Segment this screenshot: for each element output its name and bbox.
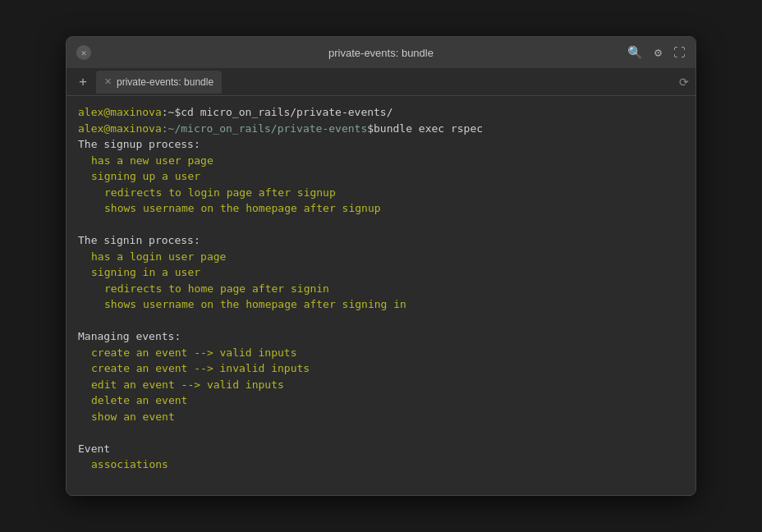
fullscreen-icon[interactable]: ⛶: [673, 45, 686, 60]
terminal-line: Event: [78, 441, 684, 457]
terminal-line: has a new user page: [78, 153, 684, 169]
new-tab-button[interactable]: +: [73, 72, 93, 92]
tab-close-icon[interactable]: ✕: [104, 76, 112, 87]
terminal-line: signing up a user: [78, 168, 684, 185]
terminal-line: The signin process:: [78, 232, 684, 249]
terminal-line: shows username on the homepage after sig…: [78, 200, 684, 217]
terminal-line: show an event: [78, 409, 684, 425]
gear-icon[interactable]: ⚙: [654, 45, 662, 60]
terminal-line: The signup process:: [78, 136, 684, 153]
command-2: bundle exec rspec: [374, 121, 483, 137]
title-bar: ✕ private-events: bundle 🔍 ⚙ ⛶: [67, 37, 695, 68]
terminal-window: ✕ private-events: bundle 🔍 ⚙ ⛶ + ✕ priva…: [66, 36, 696, 496]
user-host-1: alex@maxinova: [78, 104, 162, 121]
terminal-line: redirects to home page after signin: [78, 281, 684, 297]
prompt-line-2: alex@maxinova :~/micro_on_rails/private-…: [78, 121, 684, 137]
title-bar-icons: 🔍 ⚙ ⛶: [627, 45, 686, 60]
terminal-line: associations: [78, 456, 684, 473]
terminal-line: redirects to login page after signup: [78, 185, 684, 201]
terminal-line: signing in a user: [78, 264, 684, 281]
output-lines: The signup process:has a new user pagesi…: [78, 136, 684, 473]
history-icon[interactable]: ⟳: [679, 76, 689, 89]
terminal-line: shows username on the homepage after sig…: [78, 296, 684, 313]
terminal-line: Managing events:: [78, 328, 684, 345]
terminal-line: create an event --> valid inputs: [78, 345, 684, 361]
terminal-line: delete an event: [78, 392, 684, 409]
prompt-line-1: alex@maxinova :~$ cd micro_on_rails/priv…: [78, 104, 684, 121]
terminal-line: edit an event --> valid inputs: [78, 377, 684, 393]
tab-bar: + ✕ private-events: bundle ⟳: [67, 68, 695, 96]
terminal-line: [78, 424, 684, 441]
tab-label: private-events: bundle: [117, 76, 213, 88]
close-button[interactable]: ✕: [76, 45, 91, 60]
search-icon[interactable]: 🔍: [627, 45, 643, 60]
terminal-line: [78, 313, 684, 329]
active-tab[interactable]: ✕ private-events: bundle: [96, 71, 222, 94]
close-icon: ✕: [81, 48, 87, 58]
window-title: private-events: bundle: [328, 47, 434, 59]
user-host-2: alex@maxinova: [78, 121, 162, 137]
terminal-line: has a login user page: [78, 249, 684, 265]
terminal-output[interactable]: alex@maxinova :~$ cd micro_on_rails/priv…: [67, 96, 695, 495]
terminal-line: [78, 217, 684, 233]
prompt-symbol-2: $: [367, 121, 374, 137]
prompt-separator-1: :~$: [162, 104, 181, 121]
prompt-path-2: :~/micro_on_rails/private-events: [162, 121, 367, 137]
terminal-line: create an event --> invalid inputs: [78, 360, 684, 377]
command-1: cd micro_on_rails/private-events/: [181, 104, 392, 121]
